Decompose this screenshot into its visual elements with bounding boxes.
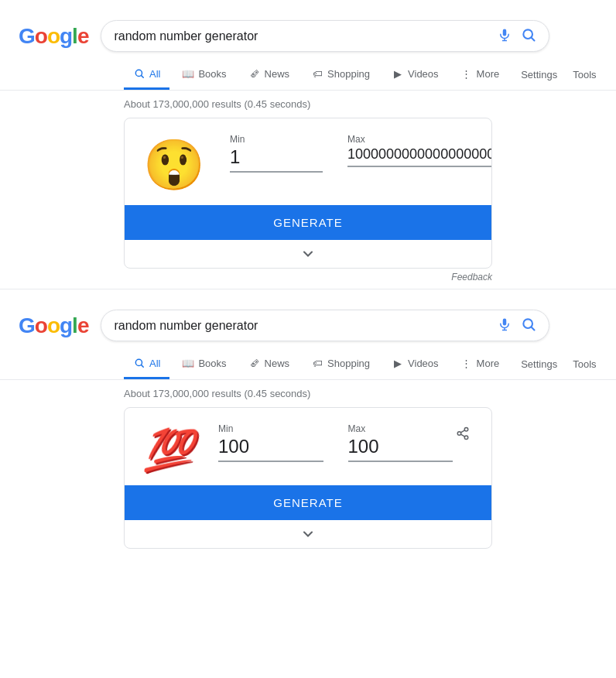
search-submit-icon-2[interactable] <box>521 317 536 334</box>
generate-button-2[interactable]: GENERATE <box>125 485 491 520</box>
mic-icon-2[interactable] <box>498 317 512 334</box>
header-1: Google <box>0 12 616 60</box>
nav-tabs-2: All 📖 Books 🗞 News 🏷 Shopping ▶ Videos ⋮… <box>0 349 616 380</box>
tab-videos-label-1: Videos <box>408 68 439 80</box>
tools-tab-1[interactable]: Tools <box>566 61 602 88</box>
search-icon-group-1 <box>498 27 536 45</box>
tab-shopping-label-1: Shopping <box>327 68 370 80</box>
news-icon-1: 🗞 <box>248 67 261 80</box>
svg-rect-12 <box>503 319 507 326</box>
widget-inner-2: 💯 Min 100 Max 100 <box>125 408 491 485</box>
svg-rect-0 <box>503 29 507 36</box>
tab-news-1[interactable]: 🗞 News <box>239 60 299 90</box>
svg-line-23 <box>460 430 464 433</box>
logo-g: G <box>19 24 35 49</box>
logo-o2: o <box>47 24 60 49</box>
tab-all-2[interactable]: All <box>124 349 169 379</box>
tab-books-label-2: Books <box>198 358 226 369</box>
min-value-1[interactable]: 1 <box>230 146 323 173</box>
header-2: Google <box>0 302 616 349</box>
tab-more-2[interactable]: ⋮ More <box>451 349 509 379</box>
svg-line-18 <box>142 365 144 368</box>
feedback-link-1[interactable]: Feedback <box>451 272 492 282</box>
tab-books-label-1: Books <box>198 68 226 80</box>
tab-books-1[interactable]: 📖 Books <box>173 60 235 90</box>
widget-controls-1: Min 1 Max 10000000000000000000 <box>230 134 492 176</box>
results-info-1: About 173,000,000 results (0.45 seconds) <box>0 91 616 118</box>
max-field-2: Max 100 <box>348 423 453 462</box>
max-value-2[interactable]: 100 <box>348 436 453 462</box>
min-value-2[interactable]: 100 <box>218 436 323 462</box>
logo-l: l <box>72 24 77 49</box>
search-bar-1[interactable] <box>101 20 549 52</box>
nav-tabs-1: All 📖 Books 🗞 News 🏷 Shopping ▶ Videos ⋮… <box>0 60 616 91</box>
widget-emoji-1: 😲 <box>143 140 205 190</box>
videos-icon-2: ▶ <box>392 357 404 369</box>
google-logo-2[interactable]: Google <box>19 313 88 338</box>
tab-shopping-1[interactable]: 🏷 Shopping <box>302 60 379 90</box>
widget-header-row-2: Min 100 Max 100 <box>218 423 473 462</box>
widget-controls-2: Min 100 Max 100 <box>218 423 473 465</box>
tab-all-label-2: All <box>149 358 160 369</box>
widget-fields-1: Min 1 Max 10000000000000000000 <box>230 134 492 173</box>
min-label-2: Min <box>218 423 323 434</box>
min-field-2: Min 100 <box>218 423 323 462</box>
svg-line-6 <box>142 76 144 78</box>
tab-books-2[interactable]: 📖 Books <box>173 349 235 379</box>
google-section-1: Google <box>0 0 616 289</box>
widget-fields-2: Min 100 Max 100 <box>218 423 453 462</box>
feedback-row-1: Feedback <box>0 269 616 289</box>
search-input-2[interactable] <box>114 319 498 333</box>
search-icon-group-2 <box>498 317 536 334</box>
search-input-1[interactable] <box>114 29 498 43</box>
tab-all-1[interactable]: All <box>124 60 169 90</box>
shopping-icon-2: 🏷 <box>311 357 323 369</box>
widget-inner-1: 😲 Min 1 Max 10000000000000000000 <box>125 118 491 205</box>
max-label-2: Max <box>348 423 453 434</box>
more-icon-1: ⋮ <box>460 67 473 80</box>
books-icon-2: 📖 <box>182 357 194 369</box>
svg-line-16 <box>532 327 535 330</box>
widget-card-1: 😲 Min 1 Max 10000000000000000000 <box>124 118 492 269</box>
widget-header-row-1: Min 1 Max 10000000000000000000 <box>230 134 492 173</box>
results-info-2: About 173,000,000 results (0.45 seconds) <box>0 380 616 407</box>
shopping-icon-1: 🏷 <box>311 67 323 80</box>
books-icon-1: 📖 <box>182 67 194 80</box>
tab-more-1[interactable]: ⋮ More <box>451 60 509 90</box>
tab-news-label-1: News <box>265 68 290 80</box>
google-logo-1[interactable]: Google <box>19 24 88 49</box>
settings-tab-2[interactable]: Settings <box>515 351 563 378</box>
svg-line-22 <box>460 434 464 437</box>
tools-tab-2[interactable]: Tools <box>566 351 602 378</box>
settings-tab-1[interactable]: Settings <box>515 61 563 88</box>
search-bar-2[interactable] <box>101 310 549 341</box>
generate-button-1[interactable]: GENERATE <box>125 205 491 240</box>
expand-chevron-2[interactable] <box>125 520 491 548</box>
videos-icon-1: ▶ <box>392 67 404 80</box>
tab-shopping-2[interactable]: 🏷 Shopping <box>302 349 379 379</box>
share-icon-2[interactable] <box>453 423 473 447</box>
tab-news-2[interactable]: 🗞 News <box>239 349 299 379</box>
widget-emoji-2: 💯 <box>143 430 193 470</box>
max-value-1[interactable]: 10000000000000000000 <box>347 146 492 167</box>
logo-g2: g <box>60 24 72 49</box>
svg-line-4 <box>532 38 535 41</box>
tab-videos-1[interactable]: ▶ Videos <box>382 60 448 90</box>
logo-o1: o <box>35 24 47 49</box>
tab-videos-2[interactable]: ▶ Videos <box>382 349 448 379</box>
all-icon-2 <box>133 357 145 369</box>
more-icon-2: ⋮ <box>460 357 473 369</box>
max-label-1: Max <box>347 134 492 145</box>
tab-more-label-2: More <box>477 358 500 369</box>
news-icon-2: 🗞 <box>248 357 261 369</box>
tab-videos-label-2: Videos <box>408 358 439 369</box>
expand-chevron-1[interactable] <box>125 240 491 268</box>
tab-shopping-label-2: Shopping <box>327 358 370 369</box>
mic-icon-1[interactable] <box>498 28 512 44</box>
max-field-1: Max 10000000000000000000 <box>347 134 492 173</box>
search-submit-icon-1[interactable] <box>521 27 536 45</box>
tab-news-label-2: News <box>265 358 290 369</box>
widget-card-2: 💯 Min 100 Max 100 <box>124 407 492 549</box>
all-icon-1 <box>133 67 145 80</box>
google-section-2: Google <box>0 289 616 549</box>
